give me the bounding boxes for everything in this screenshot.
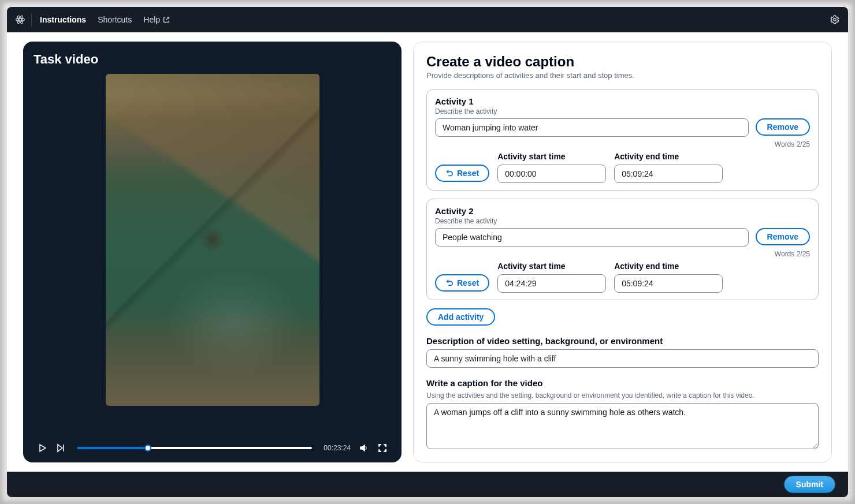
topbar-divider bbox=[31, 13, 32, 26]
activity-card-2: Activity 2 Describe the activity Remove … bbox=[426, 199, 819, 300]
setting-label: Description of video setting, background… bbox=[426, 336, 819, 346]
play-button[interactable] bbox=[37, 443, 47, 453]
remove-activity-button[interactable]: Remove bbox=[756, 228, 810, 245]
video-progress[interactable] bbox=[77, 447, 312, 449]
submit-button[interactable]: Submit bbox=[784, 476, 835, 493]
start-time-label: Activity start time bbox=[497, 262, 606, 271]
activity-heading: Activity 2 bbox=[435, 206, 810, 216]
word-count: Words 2/25 bbox=[435, 250, 810, 258]
video-timecode: 00:23:24 bbox=[324, 444, 351, 452]
add-activity-button[interactable]: Add activity bbox=[426, 308, 495, 326]
start-time-input[interactable] bbox=[497, 165, 606, 183]
app-frame: Instructions Shortcuts Help Task video bbox=[7, 7, 848, 497]
nav-shortcuts[interactable]: Shortcuts bbox=[98, 15, 132, 24]
caption-textarea[interactable] bbox=[426, 403, 819, 449]
reset-button[interactable]: Reset bbox=[435, 165, 489, 182]
nav-instructions[interactable]: Instructions bbox=[40, 15, 86, 24]
bottom-bar: Submit bbox=[7, 472, 848, 497]
video-frame-wrap bbox=[34, 74, 391, 435]
form-subtitle: Provide descriptions of activities and t… bbox=[426, 71, 819, 80]
undo-icon bbox=[445, 169, 453, 177]
caption-sub: Using the activities and the setting, ba… bbox=[426, 391, 819, 400]
undo-icon bbox=[445, 279, 453, 287]
volume-button[interactable] bbox=[359, 443, 369, 453]
video-controls: 00:23:24 bbox=[34, 435, 391, 457]
settings-button[interactable] bbox=[830, 14, 840, 25]
video-progress-fill bbox=[77, 447, 148, 449]
svg-point-4 bbox=[834, 18, 837, 21]
describe-label: Describe the activity bbox=[435, 217, 810, 225]
nav-help[interactable]: Help bbox=[143, 15, 170, 24]
reset-label: Reset bbox=[457, 169, 479, 178]
form-panel: Create a video caption Provide descripti… bbox=[413, 42, 832, 462]
describe-label: Describe the activity bbox=[435, 107, 810, 115]
end-time-label: Activity end time bbox=[614, 152, 723, 161]
fullscreen-button[interactable] bbox=[377, 443, 388, 453]
reset-label: Reset bbox=[457, 278, 479, 288]
activity-card-1: Activity 1 Describe the activity Remove … bbox=[426, 89, 819, 191]
svg-point-0 bbox=[19, 18, 22, 21]
end-time-input[interactable] bbox=[614, 274, 723, 293]
start-time-label: Activity start time bbox=[497, 152, 606, 161]
skip-end-button[interactable] bbox=[55, 443, 66, 453]
word-count: Words 2/25 bbox=[435, 140, 810, 148]
nav-help-label: Help bbox=[143, 15, 160, 24]
video-progress-thumb[interactable] bbox=[144, 445, 151, 451]
main-area: Task video 00:23:24 bbox=[7, 32, 848, 472]
setting-input[interactable] bbox=[426, 349, 819, 368]
caption-label: Write a caption for the video bbox=[426, 378, 819, 388]
activity-heading: Activity 1 bbox=[435, 96, 810, 106]
remove-activity-button[interactable]: Remove bbox=[756, 118, 810, 136]
end-time-label: Activity end time bbox=[614, 262, 723, 271]
video-frame[interactable] bbox=[106, 74, 319, 406]
external-link-icon bbox=[162, 16, 170, 24]
video-title: Task video bbox=[34, 52, 391, 67]
start-time-input[interactable] bbox=[497, 274, 606, 293]
logo-icon bbox=[15, 14, 25, 25]
reset-button[interactable]: Reset bbox=[435, 274, 489, 292]
end-time-input[interactable] bbox=[614, 165, 723, 183]
activity-description-input[interactable] bbox=[435, 228, 749, 247]
topbar: Instructions Shortcuts Help bbox=[7, 7, 848, 32]
form-title: Create a video caption bbox=[426, 54, 819, 70]
video-panel: Task video 00:23:24 bbox=[23, 42, 402, 462]
activity-description-input[interactable] bbox=[435, 118, 749, 137]
